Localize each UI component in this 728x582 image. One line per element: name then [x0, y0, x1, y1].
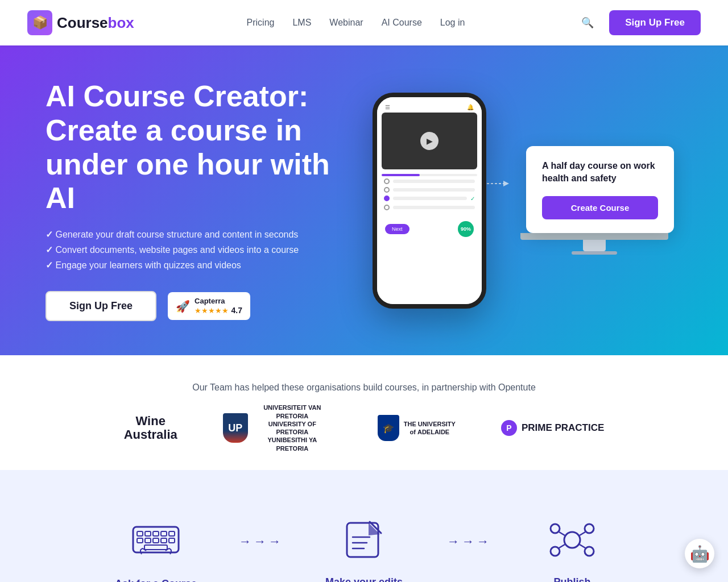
desktop-section: A half day course on work health and saf… — [515, 146, 674, 255]
quiz-item-2: ✓ — [384, 196, 475, 202]
monitor-bottom — [520, 233, 668, 240]
phone-quiz: ✓ — [382, 176, 477, 215]
hero-content: AI Course Creator: Create a course in un… — [46, 80, 364, 321]
pretoria-text: UNIVERSITEIT VAN PRETORIA UNIVERSITY OF … — [253, 404, 332, 452]
svg-rect-13 — [144, 545, 167, 550]
svg-line-26 — [580, 544, 585, 548]
partner-univ-pretoria: UP UNIVERSITEIT VAN PRETORIA UNIVERSITY … — [223, 413, 332, 443]
phone-mockup: ☰ 🔔 ▶ — [373, 93, 486, 309]
partner-wine-australia: Wine Australia — [124, 414, 177, 442]
phone-topbar: ☰ 🔔 — [382, 102, 477, 113]
quiz-item-3 — [384, 205, 475, 210]
nav-right: 🔍 Sign Up Free — [577, 10, 701, 35]
svg-point-18 — [564, 532, 580, 548]
nav-webinar[interactable]: Webinar — [329, 18, 363, 28]
arrow-6: → — [477, 534, 489, 549]
navbar: 📦 Coursebox Pricing LMS Webinar AI Cours… — [0, 0, 728, 45]
capterra-icon: 🚀 — [176, 300, 190, 313]
capterra-info: Capterra ★★★★★ 4.7 — [195, 297, 242, 315]
chat-widget[interactable]: 🤖 — [685, 539, 714, 568]
arrow-1: → — [239, 534, 251, 549]
search-button[interactable]: 🔍 — [577, 13, 598, 33]
svg-line-23 — [559, 532, 565, 535]
svg-rect-4 — [145, 531, 151, 536]
svg-rect-12 — [169, 538, 175, 543]
quiz-line-3 — [393, 206, 475, 209]
pretoria-shield: UP — [223, 413, 248, 443]
nav-lms[interactable]: LMS — [292, 18, 311, 28]
svg-line-25 — [559, 544, 565, 548]
logo-text: Coursebox — [57, 14, 134, 32]
arrow-5: → — [462, 534, 474, 549]
svg-rect-5 — [153, 531, 159, 536]
capterra-label: Capterra — [195, 297, 242, 305]
create-course-button[interactable]: Create Course — [542, 196, 658, 219]
step-ask: Ask for a Course — [82, 516, 230, 582]
arrow-2: → — [254, 534, 266, 549]
arrow-3: → — [268, 534, 281, 549]
nav-ai-course[interactable]: AI Course — [382, 18, 422, 28]
svg-point-22 — [585, 547, 594, 556]
svg-point-19 — [551, 524, 560, 533]
monitor-base — [572, 251, 617, 255]
quiz-radio-2 — [384, 196, 390, 201]
quiz-line-1 — [393, 188, 475, 192]
adelaide-text: THE UNIVERSITYof ADELAIDE — [404, 420, 456, 436]
quiz-radio-3 — [384, 205, 390, 210]
svg-rect-9 — [145, 538, 151, 543]
hero-cta: Sign Up Free 🚀 Capterra ★★★★★ 4.7 — [46, 291, 364, 321]
quiz-radio-0 — [384, 178, 390, 184]
hero-signup-button[interactable]: Sign Up Free — [46, 291, 156, 321]
step-publish-label: Publish — [553, 576, 590, 582]
svg-line-24 — [580, 532, 585, 535]
quiz-item-1 — [384, 187, 475, 193]
phone-video: ▶ — [382, 113, 477, 169]
arrows-2-3: → → → — [438, 534, 498, 549]
step-edit-label: Make your edits — [325, 576, 403, 582]
partner-prime-practice: P PRIME PRACTICE — [501, 420, 604, 436]
prime-p-icon: P — [501, 420, 517, 436]
svg-rect-2 — [133, 527, 179, 552]
nav-links: Pricing LMS Webinar AI Course Log in — [247, 18, 465, 28]
phone-footer: Next 90% — [382, 218, 477, 240]
logo[interactable]: 📦 Coursebox — [27, 10, 134, 35]
svg-rect-6 — [161, 531, 167, 536]
partners-section: Our Team has helped these organisations … — [0, 355, 728, 470]
menu-icon: ☰ — [385, 104, 390, 110]
arrows-1-2: → → → — [230, 534, 290, 549]
nav-login[interactable]: Log in — [440, 18, 465, 28]
feature-1: Generate your draft course structure and… — [46, 229, 364, 240]
step-publish: Publish — [498, 517, 646, 582]
hero-features: Generate your draft course structure and… — [46, 229, 364, 271]
quiz-radio-1 — [384, 187, 390, 193]
svg-rect-10 — [153, 538, 159, 543]
bell-icon: 🔔 — [467, 104, 474, 110]
quiz-next-button[interactable]: Next — [385, 224, 410, 234]
nav-signup-button[interactable]: Sign Up Free — [609, 10, 701, 35]
svg-point-21 — [551, 547, 560, 556]
svg-rect-3 — [137, 531, 143, 536]
partners-intro: Our Team has helped these organisations … — [46, 383, 682, 393]
capterra-badge: 🚀 Capterra ★★★★★ 4.7 — [168, 292, 250, 320]
prime-practice-text: PRIME PRACTICE — [522, 422, 604, 434]
step-ask-label: Ask for a Course — [115, 578, 197, 582]
feature-3: Engage your learners with quizzes and vi… — [46, 260, 364, 271]
monitor-stand — [583, 240, 606, 251]
step-ask-icon — [130, 516, 181, 567]
play-button[interactable]: ▶ — [420, 132, 439, 150]
svg-rect-7 — [169, 531, 175, 536]
quiz-line-2 — [393, 197, 467, 200]
quiz-item-0 — [384, 178, 475, 184]
svg-marker-1 — [503, 181, 509, 186]
partner-univ-adelaide: 🎓 THE UNIVERSITYof ADELAIDE — [378, 413, 456, 443]
arrow-4: → — [447, 534, 460, 549]
steps-container: Ask for a Course → → → Make your edits — [46, 516, 682, 582]
capterra-rating: ★★★★★ 4.7 — [195, 305, 242, 315]
score-badge: 90% — [458, 221, 474, 237]
desktop-prompt-text: A half day course on work health and saf… — [542, 160, 658, 185]
adelaide-shield: 🎓 — [378, 415, 399, 441]
svg-rect-11 — [161, 538, 167, 543]
nav-pricing[interactable]: Pricing — [247, 18, 275, 28]
desktop-card: A half day course on work health and saf… — [526, 146, 674, 234]
quiz-line-0 — [393, 180, 475, 183]
